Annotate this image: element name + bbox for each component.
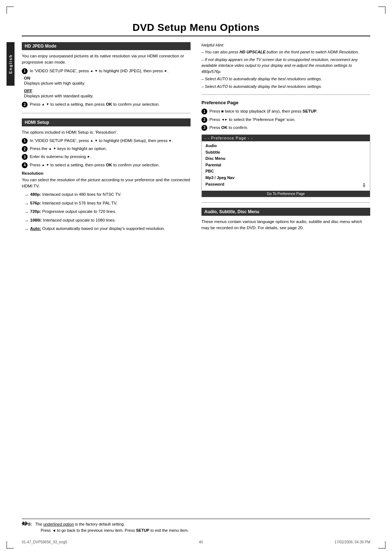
- pref-step2: 2 Press ◄► to select the 'Preference Pag…: [201, 117, 370, 123]
- on-label: ON: [24, 76, 191, 80]
- hint1: – You can also press HD UPSCALE button o…: [201, 49, 370, 55]
- hint4: – Select AUTO to automatically display t…: [201, 84, 370, 90]
- pref-step3: 3 Press OK to confirm.: [201, 125, 370, 131]
- hdmi-step2-text: Press the ▲ ▼ keys to highlight an optio…: [30, 146, 107, 152]
- hdmi-setup-header: HDMI Setup: [22, 118, 191, 126]
- hdmi-setup-section: HDMI Setup The options included in HDMI …: [22, 118, 191, 233]
- footer-right: 17/02/2006, 04:36 PM: [335, 540, 370, 544]
- hd-jpeg-header: HD JPEG Mode: [22, 42, 191, 50]
- step1-circle: 1: [22, 68, 28, 74]
- hd-jpeg-step1: 1 In 'VIDEO SETUP PAGE', press ▲ ▼ to hi…: [22, 68, 191, 74]
- page-container: DVD Setup Menu Options English HD JPEG M…: [0, 0, 392, 555]
- left-column: English HD JPEG Mode You can enjoy unsur…: [22, 42, 191, 234]
- on-desc: Displays picture with high quality.: [24, 80, 191, 86]
- helpful-hint-title: Helpful Hint:: [201, 42, 370, 48]
- pref-menu-items: Audio Subtitle Disc Menu Parental PBC Mp…: [202, 141, 370, 191]
- right-column: Helpful Hint: – You can also press HD UP…: [201, 42, 370, 234]
- res-auto: → Auto: Output automatically based on yo…: [22, 226, 191, 233]
- pref-item-password: Password ⇩: [205, 181, 366, 189]
- tips-line1: TIPS: The underlined option is the facto…: [22, 521, 370, 527]
- pref-menu-box: - - Preference Page - - Audio Subtitle D…: [201, 134, 370, 197]
- arrow-1080i: →: [24, 217, 29, 224]
- pref-step2-text: Press ◄► to select the 'Preference Page'…: [209, 117, 295, 123]
- tips-line2: Press ◄ to go back to the previous menu …: [22, 527, 370, 534]
- pref-step1-text: Press ■ twice to stop playback (if any),…: [209, 108, 318, 114]
- pref-menu-footer: Go To Preference Page: [202, 191, 370, 197]
- hdmi-intro: The options included in HDMI Setup is: '…: [22, 129, 191, 135]
- arrow-480p: →: [24, 191, 29, 199]
- resolution-title: Resolution: [22, 171, 191, 175]
- corner-tl: [7, 7, 14, 14]
- corner-bl: [7, 541, 14, 548]
- audio-subtitle-header: Audio, Subtitle, Disc Menu: [201, 208, 370, 216]
- hdmi-step3-circle: 3: [22, 154, 28, 160]
- pref-menu-title: - - Preference Page - -: [202, 135, 370, 141]
- title-rule: [22, 36, 370, 36]
- corner-br: [378, 541, 385, 548]
- pref-step2-circle: 2: [201, 117, 207, 123]
- off-label: OFF: [24, 89, 191, 93]
- pref-step3-circle: 3: [201, 125, 207, 131]
- arrow-720p: →: [24, 208, 29, 216]
- hdmi-step2-circle: 2: [22, 146, 28, 152]
- hdmi-step4-circle: 4: [22, 162, 28, 168]
- hdmi-step1-text: In 'VIDEO SETUP PAGE', press ▲ ▼ to high…: [30, 138, 173, 144]
- pref-step1: 1 Press ■ twice to stop playback (if any…: [201, 108, 370, 114]
- pref-step1-circle: 1: [201, 109, 207, 114]
- hdmi-step4: 4 Press ▲ ▼ to select a setting, then pr…: [22, 162, 191, 168]
- footer-left: 01-47_DVP5965K_93_eng5: [22, 540, 67, 544]
- corner-tr: [378, 7, 385, 14]
- scroll-arrow: ⇩: [362, 181, 366, 189]
- res-480p: → 480p: Interlaced output in 480 lines f…: [22, 191, 191, 199]
- pref-step3-text: Press OK to confirm.: [209, 125, 248, 131]
- hdmi-step1-circle: 1: [22, 138, 28, 144]
- pref-item-disc-menu: Disc Menu: [205, 155, 366, 162]
- hd-jpeg-step2: 2 Press ▲ ▼ to select a setting, then pr…: [22, 101, 191, 108]
- tips-label: TIPS:: [22, 522, 32, 526]
- hd-jpeg-intro: You can enjoy unsurpassed pictures at it…: [22, 53, 191, 66]
- hd-jpeg-step2-text: Press ▲ ▼ to select a setting, then pres…: [30, 101, 160, 108]
- divider-right-2: [201, 202, 370, 203]
- hint3: – Select AUTO to automatically display t…: [201, 76, 370, 82]
- res-1080i: → 1080i: Interlaced output upscale to 10…: [22, 217, 191, 224]
- pref-item-parental: Parental: [205, 162, 366, 169]
- helpful-hint-block: Helpful Hint: – You can also press HD UP…: [201, 42, 370, 89]
- divider-1: [22, 113, 191, 113]
- tips-text1: The underlined option is the factory def…: [35, 522, 124, 526]
- audio-subtitle-body: These menus contain various language opt…: [201, 219, 370, 231]
- hdmi-step2: 2 Press the ▲ ▼ keys to highlight an opt…: [22, 146, 191, 152]
- tips-section: TIPS: The underlined option is the facto…: [22, 519, 370, 533]
- preference-page-header: Preference Page: [201, 100, 370, 105]
- hint2: – If not display appears on the TV scree…: [201, 57, 370, 75]
- language-sidebar: English: [7, 42, 15, 86]
- hdmi-step4-text: Press ▲ ▼ to select a setting, then pres…: [30, 162, 160, 168]
- pref-item-mp3: Mp3 / Jpeg Nav: [205, 175, 366, 181]
- pref-item-audio: Audio: [205, 143, 366, 149]
- hdmi-step3: 3 Enter its submenu by pressing ►.: [22, 154, 191, 160]
- preference-page-section: Preference Page 1 Press ■ twice to stop …: [201, 100, 370, 197]
- footer-bar: 01-47_DVP5965K_93_eng5 40 17/02/2006, 04…: [22, 540, 370, 544]
- resolution-intro: You can select the resolution of the pic…: [22, 177, 191, 190]
- off-desc: Displays picture with standard quality.: [24, 93, 191, 99]
- hdmi-step1: 1 In 'VIDEO SETUP PAGE', press ▲ ▼ to hi…: [22, 138, 191, 144]
- divider-right-1: [201, 94, 370, 95]
- content-columns: English HD JPEG Mode You can enjoy unsur…: [22, 42, 370, 234]
- hd-jpeg-section: HD JPEG Mode You can enjoy unsurpassed p…: [22, 42, 191, 108]
- step2-circle: 2: [22, 102, 28, 108]
- footer-center: 40: [199, 540, 203, 544]
- tips-text2: Press ◄ to go back to the previous menu …: [41, 528, 189, 532]
- hdmi-step3-text: Enter its submenu by pressing ►.: [30, 154, 91, 160]
- page-title: DVD Setup Menu Options: [22, 22, 370, 33]
- arrow-576p: →: [24, 200, 29, 207]
- pref-item-subtitle: Subtitle: [205, 149, 366, 156]
- hd-jpeg-step1-text: In 'VIDEO SETUP PAGE', press ▲ ▼ to high…: [30, 68, 168, 74]
- arrow-auto: →: [24, 226, 29, 233]
- res-576p: → 576p: Interlaced output in 576 lines f…: [22, 200, 191, 207]
- res-720p: → 720p: Progressive output upscale to 72…: [22, 208, 191, 216]
- audio-subtitle-section: Audio, Subtitle, Disc Menu These menus c…: [201, 208, 370, 231]
- pref-item-pbc: PBC: [205, 168, 366, 175]
